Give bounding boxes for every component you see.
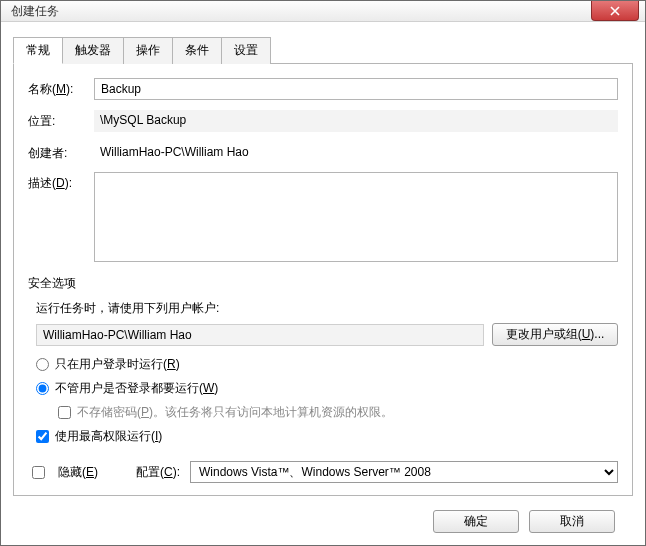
no-store-password-label[interactable]: 不存储密码(P)。该任务将只有访问本地计算机资源的权限。 (77, 404, 393, 421)
hidden-checkbox[interactable] (32, 466, 45, 479)
configure-for-select[interactable]: Windows Vista™、Windows Server™ 2008 (190, 461, 618, 483)
cancel-button[interactable]: 取消 (529, 510, 615, 533)
highest-privileges-label[interactable]: 使用最高权限运行(I) (55, 428, 162, 445)
description-label: 描述(D): (28, 172, 94, 192)
tab-conditions[interactable]: 条件 (172, 37, 222, 64)
author-value: WilliamHao-PC\William Hao (94, 142, 618, 162)
tab-settings[interactable]: 设置 (221, 37, 271, 64)
change-user-button[interactable]: 更改用户或组(U)... (492, 323, 618, 346)
config-row: 隐藏(E) 配置(C): Windows Vista™、Windows Serv… (28, 461, 618, 483)
close-icon (610, 6, 620, 16)
tab-actions[interactable]: 操作 (123, 37, 173, 64)
security-section-title: 安全选项 (28, 275, 618, 292)
account-display: WilliamHao-PC\William Hao (36, 324, 484, 346)
configure-for-label: 配置(C): (124, 464, 180, 481)
tabpanel-general: 名称(M): 位置: \MySQL Backup 创建者: WilliamHao… (13, 63, 633, 496)
radio-logged-on[interactable] (36, 358, 49, 371)
radio-logged-on-label[interactable]: 只在用户登录时运行(R) (55, 356, 180, 373)
dialog-content: 常规 触发器 操作 条件 设置 名称(M): 位置: \MySQL Backup… (1, 22, 645, 546)
no-store-password-row: 不存储密码(P)。该任务将只有访问本地计算机资源的权限。 (58, 404, 618, 421)
ok-button[interactable]: 确定 (433, 510, 519, 533)
row-name: 名称(M): (28, 78, 618, 100)
tab-general[interactable]: 常规 (13, 37, 63, 64)
row-location: 位置: \MySQL Backup (28, 110, 618, 132)
radio-any-row: 不管用户是否登录都要运行(W) (36, 380, 618, 397)
highest-privileges-row: 使用最高权限运行(I) (36, 428, 618, 445)
account-row: WilliamHao-PC\William Hao 更改用户或组(U)... (36, 323, 618, 346)
location-value: \MySQL Backup (94, 110, 618, 132)
row-author: 创建者: WilliamHao-PC\William Hao (28, 142, 618, 162)
name-label: 名称(M): (28, 78, 94, 98)
close-button[interactable] (591, 1, 639, 21)
row-description: 描述(D): (28, 172, 618, 265)
location-label: 位置: (28, 110, 94, 130)
dialog-footer: 确定 取消 (13, 496, 633, 546)
description-input[interactable] (94, 172, 618, 262)
radio-run-whether-logged-label[interactable]: 不管用户是否登录都要运行(W) (55, 380, 218, 397)
no-store-password-checkbox[interactable] (58, 406, 71, 419)
highest-privileges-checkbox[interactable] (36, 430, 49, 443)
tabstrip: 常规 触发器 操作 条件 设置 (13, 36, 633, 63)
security-prompt: 运行任务时，请使用下列用户帐户: (36, 300, 618, 317)
hidden-label[interactable]: 隐藏(E) (58, 464, 114, 481)
radio-logged-on-row: 只在用户登录时运行(R) (36, 356, 618, 373)
name-input[interactable] (94, 78, 618, 100)
window-title: 创建任务 (11, 3, 591, 20)
tab-triggers[interactable]: 触发器 (62, 37, 124, 64)
radio-run-whether-logged[interactable] (36, 382, 49, 395)
titlebar: 创建任务 (1, 1, 645, 22)
author-label: 创建者: (28, 142, 94, 162)
